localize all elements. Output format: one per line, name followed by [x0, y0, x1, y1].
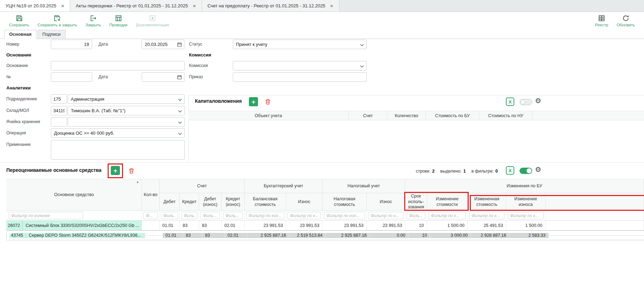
filter-input-changed-cost[interactable] [469, 212, 504, 219]
depreciation-cell[interactable]: 23 991.53 [286, 221, 323, 230]
useful-life-cell[interactable]: 10 [408, 233, 430, 238]
col-header-cost-change[interactable]: Изменение стоимости [427, 193, 468, 211]
warehouse-value: Тимошин В.А. (Таб. №"1") [71, 108, 126, 113]
sort-desc-icon[interactable]: ▾ [137, 180, 138, 185]
table-row-selected[interactable]: 43745 Сервер DEPO Storm 3450Z2 G6242K/51… [6, 230, 644, 240]
warehouse-code-input[interactable] [51, 106, 67, 115]
col-header-credit[interactable]: Кредит [180, 193, 199, 211]
depreciation-cell[interactable]: 2 519 513.84 [289, 233, 326, 238]
credit-cell[interactable]: 83 [180, 221, 199, 230]
date-input[interactable] [142, 42, 177, 47]
basis-input[interactable] [51, 61, 185, 70]
dep-change-cell[interactable]: 1 500.00 [506, 221, 545, 230]
assets-filter-toggle[interactable] [520, 168, 532, 174]
filter-cell [506, 211, 545, 221]
capital-col-object[interactable]: Объект учета [188, 111, 349, 120]
col-header-qty[interactable]: Кол-во [142, 179, 160, 211]
filter-input-dep-change[interactable] [508, 212, 544, 219]
capital-settings-gear-icon[interactable]: ⚙ [535, 97, 541, 104]
asset-cell[interactable]: 43745 Сервер DEPO Storm 3450Z2 G6242K/51… [9, 233, 145, 238]
basis-date-field[interactable] [142, 72, 184, 82]
cost-change-cell[interactable]: 3 000.00 [430, 233, 471, 238]
debit-dep-cell[interactable]: 83 [202, 233, 225, 238]
debit-cell[interactable]: 01.01 [160, 221, 180, 230]
commission-select[interactable] [233, 61, 367, 70]
date-field[interactable] [142, 40, 184, 49]
basis-number-input[interactable] [51, 72, 92, 82]
col-header-useful-life[interactable]: Срок исполь-зования [405, 193, 427, 211]
filter-input-depreciation-tax[interactable] [368, 212, 404, 219]
col-header-balance-cost[interactable]: Балансовая стоимость [245, 193, 286, 211]
col-header-depreciation-tax[interactable]: Износ [367, 193, 405, 211]
filter-input-qty[interactable] [143, 212, 158, 219]
filter-input-credit-dep[interactable] [223, 212, 243, 219]
assets-add-button[interactable]: + [111, 166, 120, 175]
storage-cell-code-input[interactable] [51, 117, 67, 127]
warehouse-select[interactable]: Тимошин В.А. (Таб. №"1") [68, 106, 185, 115]
debit-dep-cell[interactable]: 83 [199, 221, 222, 230]
changed-cost-cell[interactable]: 25 491.53 [468, 221, 506, 230]
group-header-accounting: Бухгалтерский учет [245, 179, 323, 193]
col-header-debit[interactable]: Дебет [160, 193, 180, 211]
table-row[interactable]: 26072 Системный блок 3330/S3200SHV/2xGbE… [6, 221, 644, 230]
capital-delete-button[interactable] [264, 98, 272, 106]
qty-cell[interactable] [145, 235, 163, 236]
filter-input-tax-cost[interactable] [324, 212, 365, 219]
capital-col-quantity[interactable]: Количество [387, 111, 426, 120]
number-input[interactable] [51, 40, 92, 49]
col-header-filler [545, 193, 644, 211]
filter-input-asset[interactable] [9, 212, 83, 219]
filter-input-balance-cost[interactable] [246, 212, 284, 219]
operation-select[interactable]: Дооценка ОС >= 40 000 руб. [51, 128, 185, 138]
assets-settings-gear-icon[interactable]: ⚙ [535, 166, 541, 173]
col-header-tax-cost[interactable]: Налоговая стоимость [323, 193, 367, 211]
col-header-asset[interactable]: ▾ Основное средство [6, 179, 142, 211]
capital-filter-toggle[interactable] [520, 99, 532, 105]
status-select[interactable]: Принят к учету [233, 40, 367, 49]
basis-date-label: Дата [99, 74, 108, 79]
filter-input-credit[interactable] [181, 212, 197, 219]
debit-cell[interactable]: 01.01 [163, 233, 183, 238]
balance-cost-cell[interactable]: 23 991.53 [245, 221, 286, 230]
capital-col-cost-bu[interactable]: Стоимость по БУ [426, 111, 479, 120]
basis-date-input[interactable] [142, 74, 177, 80]
dep-change-cell[interactable]: 2 583.33 [509, 233, 549, 238]
capital-col-cost-nu[interactable]: Стоимость по НУ [479, 111, 533, 120]
asset-name: Сервер DEPO Storm 3450Z2 G6242K/512ПИКУ8… [26, 233, 144, 238]
filter-input-debit[interactable] [161, 212, 178, 219]
filter-input-depreciation[interactable] [287, 212, 321, 219]
department-code-input[interactable] [51, 94, 67, 104]
note-textarea[interactable] [51, 140, 185, 160]
depreciation-tax-cell[interactable]: 23 991.53 [367, 221, 405, 230]
useful-life-cell[interactable]: 10 [405, 221, 427, 230]
asset-cell[interactable]: 26072 Системный блок 3330/S3200SHV/2xGbE… [6, 221, 142, 230]
credit-dep-cell[interactable]: 02.01 [225, 233, 248, 238]
filter-input-useful-life[interactable] [407, 212, 425, 219]
capital-col-account[interactable]: Счет [349, 111, 387, 120]
panel-divider [188, 95, 189, 162]
credit-cell[interactable]: 83 [183, 233, 202, 238]
col-header-changed-cost[interactable]: Измененная стоимость [468, 193, 506, 211]
qty-cell[interactable] [142, 221, 160, 230]
cost-change-cell[interactable]: 1 500.00 [427, 221, 468, 230]
depreciation-tax-cell[interactable]: 0.00 [370, 233, 408, 238]
col-header-credit-dep[interactable]: Кредит (износ) [222, 193, 245, 211]
assets-excel-export-button[interactable]: X [506, 166, 514, 175]
filter-input-cost-change[interactable] [428, 212, 466, 219]
storage-cell-select[interactable] [68, 117, 185, 127]
tax-cost-cell[interactable]: 23 991.53 [323, 221, 367, 230]
department-select[interactable]: Администрация [68, 94, 185, 104]
capital-add-button[interactable]: + [249, 97, 258, 106]
col-header-debit-dep[interactable]: Дебет (износ) [199, 193, 222, 211]
col-header-dep-change[interactable]: Изменение износа [506, 193, 545, 211]
capital-excel-export-button[interactable]: X [506, 98, 514, 106]
order-input[interactable] [233, 72, 367, 82]
credit-dep-cell[interactable]: 02.01 [222, 221, 245, 230]
filter-input-debit-dep[interactable] [201, 212, 220, 219]
changed-cost-cell[interactable]: 2 928 887.16 [471, 233, 509, 238]
col-header-depreciation[interactable]: Износ [286, 193, 323, 211]
tax-cost-cell[interactable]: 2 925 887.16 [326, 233, 370, 238]
filter-cell [180, 211, 199, 221]
assets-delete-button[interactable] [127, 167, 136, 175]
balance-cost-cell[interactable]: 2 925 887.16 [248, 233, 289, 238]
